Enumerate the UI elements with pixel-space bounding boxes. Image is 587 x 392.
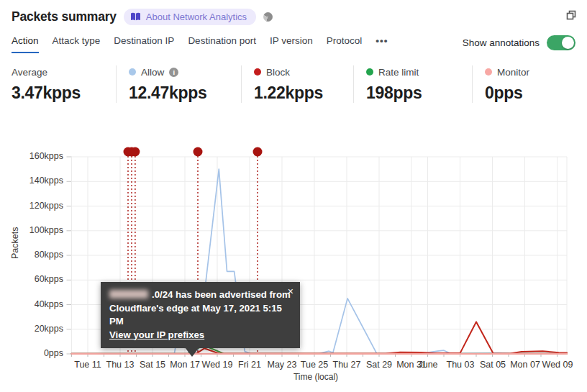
tab-destination-ip[interactable]: Destination IP: [114, 35, 174, 52]
popout-icon[interactable]: [565, 9, 577, 21]
y-tick-label: 80kpps: [3, 250, 63, 260]
y-tick-label: 20kpps: [3, 324, 63, 334]
stats-row: Average 3.47kpps Allow i 12.47kpps Block…: [0, 65, 587, 103]
stat-label: Average: [12, 67, 47, 78]
stat-label: Rate limit: [378, 67, 419, 78]
chart-plot-area: [0, 140, 587, 392]
about-network-analytics-badge[interactable]: About Network Analytics: [124, 9, 256, 25]
x-tick-label: Wed 09: [535, 360, 580, 370]
stat-label: Block: [266, 67, 290, 78]
stat-label: Allow: [141, 67, 164, 78]
rate-limit-legend-dot: [366, 68, 373, 76]
stat-rate-limit: Rate limit 198pps: [353, 65, 472, 103]
annotation-dot[interactable]: [130, 147, 140, 157]
y-tick-label: 140kpps: [3, 176, 63, 186]
book-icon: [130, 12, 141, 22]
badge-label: About Network Analytics: [146, 12, 247, 22]
tab-destination-port[interactable]: Destination port: [188, 35, 256, 52]
tab-action[interactable]: Action: [12, 35, 39, 53]
page-title: Packets summary: [12, 9, 117, 24]
monitor-legend-dot: [485, 68, 492, 76]
y-tick-label: 160kpps: [3, 151, 63, 161]
y-tick-label: 60kpps: [3, 274, 63, 284]
y-tick-label: 100kpps: [3, 225, 63, 235]
annotation-dot[interactable]: [194, 147, 203, 157]
annotation-dot[interactable]: [253, 147, 263, 157]
stat-allow: Allow i 12.47kpps: [116, 65, 241, 103]
tooltip-line1: .0/24 has been advertised from: [109, 288, 291, 302]
stat-block: Block 1.22kpps: [241, 65, 353, 103]
packets-time-series-chart: Packets Time (local) 160kpps140kpps120kp…: [0, 140, 587, 392]
stat-value: 12.47kpps: [129, 83, 241, 103]
allow-legend-dot: [129, 68, 136, 76]
show-annotations-label: Show annotations: [463, 37, 540, 48]
stat-label: Monitor: [497, 67, 529, 78]
y-tick-label: 0pps: [3, 348, 63, 358]
annotation-tooltip: × .0/24 has been advertised from Cloudfl…: [101, 282, 300, 348]
tab-ip-version[interactable]: IP version: [270, 35, 313, 52]
y-tick-label: 120kpps: [3, 201, 63, 211]
view-ip-prefixes-link[interactable]: View your IP prefixes: [109, 329, 204, 340]
block-legend-dot: [254, 68, 261, 76]
close-icon[interactable]: ×: [288, 285, 294, 298]
stat-monitor: Monitor 0pps: [472, 65, 584, 103]
y-tick-label: 40kpps: [3, 299, 63, 309]
header: Packets summary About Network Analytics: [0, 0, 587, 25]
tab-attack-type[interactable]: Attack type: [53, 35, 101, 52]
tooltip-line2: Cloudflare's edge at May 17, 2021 5:15 P…: [109, 302, 291, 329]
x-axis-title: Time (local): [269, 372, 363, 382]
stat-value: 1.22kpps: [254, 83, 353, 103]
data-freshness-pie-icon[interactable]: [263, 12, 273, 22]
tooltip-caret: [185, 347, 199, 357]
annotations-control: Show annotations: [463, 35, 575, 50]
stat-value: 0pps: [485, 83, 584, 103]
toggle-knob: [562, 37, 574, 49]
show-annotations-toggle[interactable]: [547, 35, 575, 50]
redacted-ip-prefix: [109, 290, 148, 298]
info-icon[interactable]: i: [169, 68, 178, 77]
tab-protocol[interactable]: Protocol: [327, 35, 363, 52]
packets-summary-panel: Packets summary About Network Analytics …: [0, 0, 587, 392]
stat-average: Average 3.47kpps: [12, 65, 116, 103]
tab-bar: Action Attack type Destination IP Destin…: [0, 25, 587, 53]
stat-value: 198pps: [366, 83, 472, 103]
stat-value: 3.47kpps: [12, 83, 116, 103]
more-tabs-button[interactable]: •••: [376, 35, 388, 52]
